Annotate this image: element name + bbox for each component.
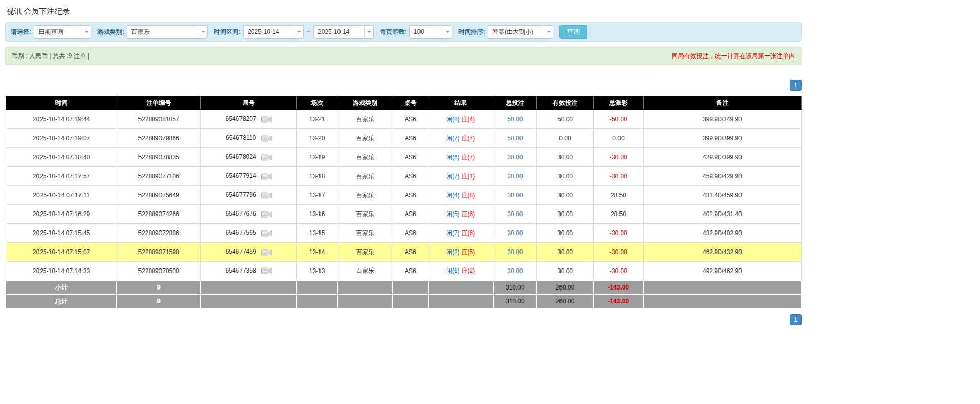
cell-table-no: AS6 bbox=[393, 129, 428, 148]
round-id-text: 654678024 bbox=[226, 153, 256, 160]
video-replay-icon[interactable] bbox=[261, 267, 272, 275]
total-bet-link[interactable]: 30.00 bbox=[507, 267, 523, 275]
cell-session: 13-14 bbox=[297, 243, 337, 262]
total-bet-link[interactable]: 50.00 bbox=[507, 134, 523, 142]
round-id-text: 654677565 bbox=[226, 229, 256, 236]
table-row: 2025-10-14 07:19:07 522889079866 6546781… bbox=[6, 129, 801, 148]
page-size-label: 每页笔数: bbox=[380, 28, 407, 36]
result-player: 闲(2) bbox=[446, 248, 460, 256]
result-player: 闲(6) bbox=[446, 267, 460, 274]
result-banker: 庄(4) bbox=[462, 116, 475, 123]
date-range-label: 时间区间: bbox=[214, 28, 241, 36]
cell-session: 13-20 bbox=[297, 129, 337, 148]
cell-valid-bet: 30.00 bbox=[537, 243, 593, 262]
page-1-button[interactable]: 1 bbox=[790, 80, 802, 91]
cell-bet-id: 522889075649 bbox=[117, 186, 201, 205]
video-replay-icon[interactable] bbox=[261, 172, 272, 180]
grand-total-payout: -143.00 bbox=[593, 295, 644, 309]
total-bet-link[interactable]: 30.00 bbox=[507, 191, 523, 199]
cell-game-type: 百家乐 bbox=[337, 205, 393, 224]
page-size-select[interactable]: 100 bbox=[409, 25, 452, 39]
total-bet-link[interactable]: 30.00 bbox=[507, 210, 523, 218]
table-row: 2025-10-14 07:17:57 522889077106 6546779… bbox=[6, 167, 801, 186]
game-type-label: 游戏类别: bbox=[97, 28, 124, 36]
cell-total-bet: 30.00 bbox=[493, 205, 537, 224]
cell-table-no: AS6 bbox=[393, 262, 428, 281]
cell-round-id: 654677358 bbox=[201, 262, 297, 281]
cell-table-no: AS6 bbox=[393, 110, 428, 129]
cell-time: 2025-10-14 07:16:29 bbox=[6, 205, 117, 224]
cell-result: 闲(5)庄(6) bbox=[428, 205, 493, 224]
subtotal-count: 9 bbox=[117, 281, 201, 295]
result-player: 闲(7) bbox=[446, 134, 460, 142]
video-replay-icon[interactable] bbox=[261, 210, 272, 218]
total-bet-link[interactable]: 30.00 bbox=[507, 248, 523, 256]
round-id-text: 654678110 bbox=[226, 134, 256, 141]
cell-note: 429.90/399.90 bbox=[644, 148, 801, 167]
round-id-text: 654677358 bbox=[226, 267, 256, 274]
grand-total-total-bet: 310.00 bbox=[493, 295, 537, 309]
date-range-separator: ~ bbox=[307, 28, 310, 35]
cell-table-no: AS6 bbox=[393, 243, 428, 262]
video-replay-icon[interactable] bbox=[261, 116, 272, 123]
date-to-input[interactable]: 2025-10-14 bbox=[313, 25, 374, 39]
cell-payout: 28.50 bbox=[593, 186, 644, 205]
empty-cell bbox=[393, 295, 428, 309]
cell-game-type: 百家乐 bbox=[337, 129, 393, 148]
table-header-row: 时间注单编号局号场次游戏类别桌号结果总投注有效投注总派彩备注 bbox=[6, 97, 801, 110]
total-bet-link[interactable]: 50.00 bbox=[507, 116, 523, 123]
cell-note: 459.90/429.90 bbox=[644, 167, 801, 186]
cell-note: 399.90/399.90 bbox=[644, 129, 801, 148]
chevron-down-icon bbox=[198, 26, 207, 38]
empty-cell bbox=[201, 281, 297, 295]
game-type-select[interactable]: 百家乐 bbox=[127, 25, 208, 39]
cell-total-bet: 30.00 bbox=[493, 243, 537, 262]
column-header: 局号 bbox=[201, 97, 297, 110]
cell-round-id: 654678024 bbox=[201, 148, 297, 167]
table-row: 2025-10-14 07:17:11 522889075649 6546777… bbox=[6, 186, 801, 205]
cell-session: 13-16 bbox=[297, 205, 337, 224]
subtotal-label: 小计 bbox=[6, 281, 117, 295]
grand-total-label: 总计 bbox=[6, 295, 117, 309]
cell-payout: -30.00 bbox=[593, 243, 644, 262]
video-replay-icon[interactable] bbox=[261, 134, 272, 142]
cell-time: 2025-10-14 07:14:33 bbox=[6, 262, 117, 281]
search-button[interactable]: 查询 bbox=[559, 25, 587, 39]
total-bet-link[interactable]: 30.00 bbox=[507, 153, 523, 161]
cell-result: 闲(6)庄(7) bbox=[428, 148, 493, 167]
cell-bet-id: 522889072886 bbox=[117, 224, 201, 243]
page-1-button[interactable]: 1 bbox=[790, 314, 802, 325]
column-header: 结果 bbox=[428, 97, 493, 110]
cell-game-type: 百家乐 bbox=[337, 224, 393, 243]
cell-total-bet: 30.00 bbox=[493, 167, 537, 186]
summary-bar: 币别 : 人民币 | 总共 :9 注单 | 同局有效投注，统一计算在该局第一张注… bbox=[5, 47, 802, 65]
column-header: 备注 bbox=[644, 97, 801, 110]
chevron-down-icon bbox=[364, 26, 373, 38]
chevron-down-icon bbox=[443, 26, 452, 38]
cell-table-no: AS6 bbox=[393, 186, 428, 205]
query-mode-select[interactable]: 日期查询 bbox=[34, 25, 91, 39]
table-row: 2025-10-14 07:15:07 522889071590 6546774… bbox=[6, 243, 801, 262]
video-replay-icon[interactable] bbox=[261, 191, 272, 199]
result-banker: 庄(5) bbox=[462, 248, 475, 256]
table-row: 2025-10-14 07:14:33 522889070500 6546773… bbox=[6, 262, 801, 281]
table-row: 2025-10-14 07:15:45 522889072886 6546775… bbox=[6, 224, 801, 243]
video-replay-icon[interactable] bbox=[261, 229, 272, 237]
cell-bet-id: 522889077106 bbox=[117, 167, 201, 186]
column-header: 有效投注 bbox=[537, 97, 593, 110]
cell-note: 402.90/431.40 bbox=[644, 205, 801, 224]
valid-bet-notice-text: 同局有效投注，统一计算在该局第一张注单内 bbox=[672, 52, 795, 61]
video-replay-icon[interactable] bbox=[261, 248, 272, 256]
table-row: 2025-10-14 07:19:44 522889081057 6546782… bbox=[6, 110, 801, 129]
cell-total-bet: 30.00 bbox=[493, 186, 537, 205]
cell-time: 2025-10-14 07:15:07 bbox=[6, 243, 117, 262]
total-bet-link[interactable]: 30.00 bbox=[507, 229, 523, 237]
result-banker: 庄(7) bbox=[462, 134, 475, 142]
sort-order-select[interactable]: 降幂(由大到小) bbox=[488, 25, 553, 39]
total-bet-link[interactable]: 30.00 bbox=[507, 172, 523, 180]
date-from-input[interactable]: 2025-10-14 bbox=[243, 25, 304, 39]
video-replay-icon[interactable] bbox=[261, 153, 272, 161]
cell-note: 492.90/462.90 bbox=[644, 262, 801, 281]
sort-order-label: 时间排序: bbox=[458, 28, 485, 36]
empty-cell bbox=[201, 295, 297, 309]
